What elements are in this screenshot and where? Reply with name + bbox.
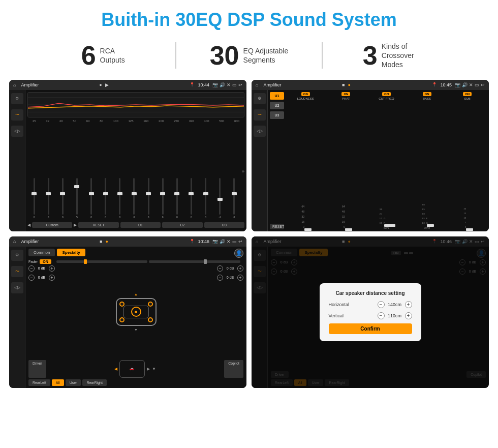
channel-phat: ON PHAT 644832160 bbox=[327, 92, 366, 229]
volume-icon: 🔊 bbox=[220, 82, 225, 87]
eq-sidebar-btn-3[interactable]: ◁▷ bbox=[11, 126, 23, 137]
left-top-val: 0 dB bbox=[36, 266, 47, 270]
channel-cutfreq: ON CUT FREQ 3.02.11.30.5 GF 60Hz bbox=[367, 92, 406, 229]
eq-u1-btn[interactable]: U1 bbox=[120, 222, 161, 228]
eq-custom-btn[interactable]: Custom bbox=[32, 222, 72, 228]
crossover-sidebar-btn-3[interactable]: ◁▷ bbox=[254, 126, 266, 137]
dialog-overlay: Car speaker distance setting Horizontal … bbox=[252, 236, 489, 388]
fader-specialty-tab[interactable]: Specialty bbox=[57, 249, 85, 256]
preset-u3-btn[interactable]: U3 bbox=[270, 111, 284, 119]
loudness-toggle[interactable]: ON bbox=[301, 92, 310, 96]
eq-slider-1[interactable]: 0 bbox=[27, 178, 41, 219]
copilot-btn[interactable]: Copilot bbox=[224, 360, 243, 378]
eq-slider-9[interactable]: 0 bbox=[142, 178, 155, 219]
fader-toggle[interactable]: ON bbox=[40, 259, 51, 264]
crossover-dot1: ■ bbox=[342, 82, 345, 87]
rearleft-btn[interactable]: RearLeft bbox=[28, 379, 50, 386]
eq-slider-11[interactable]: 0 bbox=[170, 178, 183, 219]
fader-sidebar-btn-1[interactable]: ⚙ bbox=[11, 250, 23, 261]
eq-next-btn[interactable]: ▶ bbox=[74, 223, 77, 227]
eq-u3-btn[interactable]: U3 bbox=[204, 222, 244, 228]
right-top-plus[interactable]: + bbox=[237, 265, 243, 272]
crossover-sidebar-btn-1[interactable]: ⚙ bbox=[254, 93, 266, 104]
eq-slider-6[interactable]: 0 bbox=[99, 178, 112, 219]
eq-screen-body: ⚙ 〜 ◁▷ bbox=[9, 90, 246, 231]
eq-slider-8[interactable]: 0 bbox=[128, 178, 141, 219]
vertical-plus-btn[interactable]: + bbox=[405, 312, 412, 319]
bass-toggle[interactable]: ON bbox=[423, 92, 431, 96]
left-bot-minus[interactable]: − bbox=[28, 275, 35, 281]
crossover-sidebar-btn-2[interactable]: 〜 bbox=[254, 109, 266, 121]
vertical-value: 110cm bbox=[387, 313, 403, 318]
horizontal-value: 140cm bbox=[387, 302, 403, 307]
driver-btn[interactable]: Driver bbox=[28, 360, 46, 378]
crossover-status-icons: 📷 🔊 ✕ ▭ ↩ bbox=[455, 82, 485, 87]
eq-slider-12[interactable]: 0 bbox=[184, 178, 198, 219]
fader-common-tab[interactable]: Common bbox=[28, 249, 55, 256]
left-bot-val: 0 dB bbox=[36, 276, 47, 279]
crossover-location-icon: 📍 bbox=[432, 82, 437, 87]
vertical-minus-btn[interactable]: − bbox=[378, 312, 385, 319]
crossover-camera-icon: 📷 bbox=[455, 82, 460, 87]
fader-sidebar-btn-3[interactable]: ◁▷ bbox=[11, 282, 23, 293]
crossover-close-icon: ✕ bbox=[469, 82, 473, 87]
eq-reset-btn[interactable]: RESET bbox=[78, 222, 118, 228]
eq-slider-7[interactable]: 0 bbox=[113, 178, 127, 219]
eq-sidebar-btn-1[interactable]: ⚙ bbox=[11, 93, 23, 104]
fader-h-slider-1[interactable] bbox=[56, 260, 148, 263]
right-bot-val: 0 dB bbox=[225, 276, 236, 279]
location-icon: 📍 bbox=[190, 82, 195, 87]
eq-slider-15[interactable]: 0 bbox=[228, 178, 241, 219]
stat-rca: 6 RCAOutputs bbox=[30, 42, 175, 69]
eq-slider-10[interactable]: 0 bbox=[156, 178, 169, 219]
eq-slider-13[interactable]: 0 bbox=[199, 178, 212, 219]
cutfreq-toggle[interactable]: ON bbox=[382, 92, 391, 96]
stat-rca-number: 6 bbox=[81, 42, 96, 69]
eq-slider-5[interactable]: 0 bbox=[85, 178, 98, 219]
eq-app-title: Amplifier bbox=[21, 82, 96, 87]
stat-crossover-number: 3 bbox=[363, 42, 378, 69]
left-bot-plus[interactable]: + bbox=[49, 275, 55, 281]
crossover-reset-btn[interactable]: RESET bbox=[270, 224, 284, 229]
stat-crossover-label: Kinds ofCrossover Modes bbox=[382, 42, 427, 70]
all-btn[interactable]: All bbox=[52, 379, 64, 386]
eq-slider-3[interactable]: 0 bbox=[56, 178, 69, 219]
rearright-btn[interactable]: RearRight bbox=[82, 379, 107, 386]
vertical-row: Vertical − 110cm + bbox=[329, 312, 412, 319]
left-top-minus[interactable]: − bbox=[28, 265, 35, 272]
confirm-button[interactable]: Confirm bbox=[329, 323, 412, 334]
stat-eq-label: EQ AdjustableSegments bbox=[243, 46, 289, 65]
right-bot-minus[interactable]: − bbox=[217, 275, 223, 281]
eq-sidebar-btn-2[interactable]: 〜 bbox=[11, 109, 23, 121]
preset-u1-btn[interactable]: U1 bbox=[270, 92, 284, 100]
eq-dot2: ▶ bbox=[105, 82, 109, 87]
eq-slider-14[interactable]: -1 bbox=[213, 178, 227, 219]
crossover-volume-icon: 🔊 bbox=[462, 82, 468, 87]
person-icon[interactable]: 👤 bbox=[234, 249, 243, 258]
amp-presets: U1 U2 U3 RESET bbox=[270, 92, 284, 229]
fader-main-area: Common Specialty 👤 Fader ON bbox=[25, 247, 246, 388]
horizontal-label: Horizontal bbox=[329, 302, 350, 307]
speaker-br bbox=[148, 317, 153, 322]
eq-slider-2[interactable]: 0 bbox=[42, 178, 55, 219]
eq-u2-btn[interactable]: U2 bbox=[162, 222, 202, 228]
horizontal-plus-btn[interactable]: + bbox=[405, 301, 412, 308]
loudness-label: LOUDNESS bbox=[297, 97, 314, 100]
eq-screen: ⌂ Amplifier ● ▶ 📍 10:44 📷 🔊 ✕ ▭ ↩ ⚙ 〜 ◁▷ bbox=[9, 80, 246, 231]
user-btn[interactable]: User bbox=[66, 379, 81, 386]
sub-toggle[interactable]: ON bbox=[463, 92, 472, 96]
preset-u2-btn[interactable]: U2 bbox=[270, 102, 284, 109]
crossover-sidebar: ⚙ 〜 ◁▷ bbox=[252, 90, 268, 231]
speaker-diagram: ▲ bbox=[57, 265, 215, 359]
right-top-minus[interactable]: − bbox=[217, 265, 223, 272]
left-top-plus[interactable]: + bbox=[49, 265, 55, 272]
fader-screen: ⌂ Amplifier ■ ● 📍 10:46 📷🔊✕▭↩ ⚙ 〜 ◁▷ Com… bbox=[9, 236, 246, 388]
fader-h-slider-2[interactable] bbox=[149, 260, 240, 263]
fader-sidebar-btn-2[interactable]: 〜 bbox=[11, 266, 23, 277]
horizontal-minus-btn[interactable]: − bbox=[378, 301, 385, 308]
speaker-car-diagram bbox=[116, 298, 157, 326]
eq-slider-4[interactable]: 5 bbox=[70, 178, 83, 219]
phat-toggle[interactable]: ON bbox=[341, 92, 350, 96]
right-bot-plus[interactable]: + bbox=[237, 275, 243, 281]
eq-prev-btn[interactable]: ◀ bbox=[27, 223, 30, 227]
